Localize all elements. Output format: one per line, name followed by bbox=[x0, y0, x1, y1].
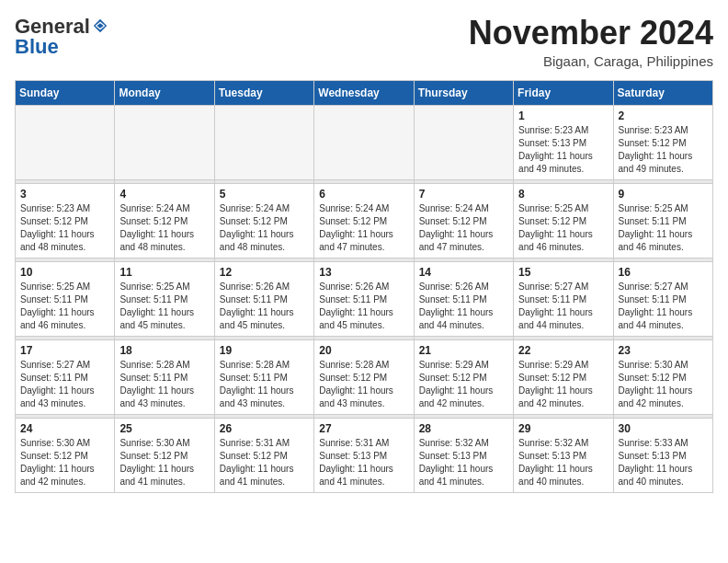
logo-icon bbox=[92, 17, 108, 34]
day-number: 30 bbox=[619, 422, 708, 435]
day-info: Sunrise: 5:30 AM Sunset: 5:12 PM Dayligh… bbox=[119, 437, 209, 488]
calendar-cell: 27Sunrise: 5:31 AM Sunset: 5:13 PM Dayli… bbox=[314, 418, 414, 492]
day-number: 22 bbox=[518, 344, 608, 357]
calendar-cell: 14Sunrise: 5:26 AM Sunset: 5:11 PM Dayli… bbox=[414, 261, 513, 336]
calendar-cell bbox=[414, 105, 513, 179]
calendar-cell: 17Sunrise: 5:27 AM Sunset: 5:11 PM Dayli… bbox=[16, 339, 115, 414]
col-header-sunday: Sunday bbox=[16, 80, 115, 105]
title-block: November 2024 Bigaan, Caraga, Philippine… bbox=[469, 15, 713, 69]
day-info: Sunrise: 5:29 AM Sunset: 5:12 PM Dayligh… bbox=[419, 359, 508, 410]
day-info: Sunrise: 5:24 AM Sunset: 5:12 PM Dayligh… bbox=[220, 202, 309, 254]
day-number: 23 bbox=[619, 344, 708, 357]
day-info: Sunrise: 5:23 AM Sunset: 5:12 PM Dayligh… bbox=[619, 124, 708, 176]
calendar-cell bbox=[16, 105, 115, 179]
calendar-cell: 1Sunrise: 5:23 AM Sunset: 5:13 PM Daylig… bbox=[514, 105, 613, 179]
calendar-cell: 24Sunrise: 5:30 AM Sunset: 5:12 PM Dayli… bbox=[16, 418, 115, 492]
calendar-table: SundayMondayTuesdayWednesdayThursdayFrid… bbox=[15, 80, 713, 493]
calendar-cell: 26Sunrise: 5:31 AM Sunset: 5:12 PM Dayli… bbox=[214, 418, 313, 492]
day-number: 21 bbox=[419, 344, 508, 357]
location-subtitle: Bigaan, Caraga, Philippines bbox=[469, 53, 713, 69]
calendar-cell: 21Sunrise: 5:29 AM Sunset: 5:12 PM Dayli… bbox=[414, 339, 513, 414]
calendar-cell: 2Sunrise: 5:23 AM Sunset: 5:12 PM Daylig… bbox=[613, 105, 712, 179]
day-number: 15 bbox=[518, 266, 608, 279]
calendar-cell: 10Sunrise: 5:25 AM Sunset: 5:11 PM Dayli… bbox=[16, 261, 115, 336]
day-info: Sunrise: 5:33 AM Sunset: 5:13 PM Dayligh… bbox=[619, 437, 708, 488]
col-header-friday: Friday bbox=[514, 80, 613, 105]
day-info: Sunrise: 5:31 AM Sunset: 5:13 PM Dayligh… bbox=[319, 437, 408, 488]
day-info: Sunrise: 5:32 AM Sunset: 5:13 PM Dayligh… bbox=[518, 437, 608, 488]
day-number: 16 bbox=[619, 266, 708, 279]
calendar-cell: 5Sunrise: 5:24 AM Sunset: 5:12 PM Daylig… bbox=[214, 183, 313, 258]
day-number: 11 bbox=[119, 266, 209, 279]
day-info: Sunrise: 5:30 AM Sunset: 5:12 PM Dayligh… bbox=[619, 359, 708, 410]
col-header-tuesday: Tuesday bbox=[214, 80, 313, 105]
calendar-cell bbox=[214, 105, 313, 179]
day-number: 24 bbox=[20, 422, 109, 435]
logo: General Blue bbox=[15, 15, 108, 59]
day-number: 1 bbox=[518, 109, 608, 122]
col-header-monday: Monday bbox=[115, 80, 214, 105]
day-info: Sunrise: 5:26 AM Sunset: 5:11 PM Dayligh… bbox=[220, 281, 309, 332]
day-info: Sunrise: 5:24 AM Sunset: 5:12 PM Dayligh… bbox=[319, 202, 408, 254]
day-info: Sunrise: 5:24 AM Sunset: 5:12 PM Dayligh… bbox=[419, 202, 508, 254]
calendar-cell: 16Sunrise: 5:27 AM Sunset: 5:11 PM Dayli… bbox=[613, 261, 712, 336]
calendar-cell: 30Sunrise: 5:33 AM Sunset: 5:13 PM Dayli… bbox=[613, 418, 712, 492]
day-info: Sunrise: 5:26 AM Sunset: 5:11 PM Dayligh… bbox=[419, 281, 508, 332]
day-info: Sunrise: 5:31 AM Sunset: 5:12 PM Dayligh… bbox=[220, 437, 309, 488]
month-title: November 2024 bbox=[469, 15, 713, 52]
calendar-cell: 9Sunrise: 5:25 AM Sunset: 5:11 PM Daylig… bbox=[613, 183, 712, 258]
day-number: 28 bbox=[419, 422, 508, 435]
day-number: 14 bbox=[419, 266, 508, 279]
day-info: Sunrise: 5:32 AM Sunset: 5:13 PM Dayligh… bbox=[419, 437, 508, 488]
day-info: Sunrise: 5:27 AM Sunset: 5:11 PM Dayligh… bbox=[619, 281, 708, 332]
day-number: 8 bbox=[518, 188, 608, 201]
calendar-cell: 20Sunrise: 5:28 AM Sunset: 5:12 PM Dayli… bbox=[314, 339, 414, 414]
calendar-cell: 19Sunrise: 5:28 AM Sunset: 5:11 PM Dayli… bbox=[214, 339, 313, 414]
day-info: Sunrise: 5:30 AM Sunset: 5:12 PM Dayligh… bbox=[20, 437, 109, 488]
day-number: 2 bbox=[619, 109, 708, 122]
calendar-cell: 28Sunrise: 5:32 AM Sunset: 5:13 PM Dayli… bbox=[414, 418, 513, 492]
calendar-cell: 8Sunrise: 5:25 AM Sunset: 5:12 PM Daylig… bbox=[514, 183, 613, 258]
col-header-saturday: Saturday bbox=[613, 80, 712, 105]
calendar-cell: 25Sunrise: 5:30 AM Sunset: 5:12 PM Dayli… bbox=[115, 418, 214, 492]
calendar-cell: 4Sunrise: 5:24 AM Sunset: 5:12 PM Daylig… bbox=[115, 183, 214, 258]
day-number: 19 bbox=[220, 344, 309, 357]
calendar-cell: 12Sunrise: 5:26 AM Sunset: 5:11 PM Dayli… bbox=[214, 261, 313, 336]
day-number: 27 bbox=[319, 422, 408, 435]
day-number: 9 bbox=[619, 188, 708, 201]
day-info: Sunrise: 5:28 AM Sunset: 5:11 PM Dayligh… bbox=[220, 359, 309, 410]
day-info: Sunrise: 5:27 AM Sunset: 5:11 PM Dayligh… bbox=[20, 359, 109, 410]
calendar-cell: 7Sunrise: 5:24 AM Sunset: 5:12 PM Daylig… bbox=[414, 183, 513, 258]
day-number: 5 bbox=[220, 188, 309, 201]
calendar-cell bbox=[314, 105, 414, 179]
calendar-cell bbox=[115, 105, 214, 179]
calendar-cell: 13Sunrise: 5:26 AM Sunset: 5:11 PM Dayli… bbox=[314, 261, 414, 336]
day-number: 6 bbox=[319, 188, 408, 201]
calendar-cell: 29Sunrise: 5:32 AM Sunset: 5:13 PM Dayli… bbox=[514, 418, 613, 492]
day-info: Sunrise: 5:28 AM Sunset: 5:12 PM Dayligh… bbox=[319, 359, 408, 410]
day-info: Sunrise: 5:25 AM Sunset: 5:11 PM Dayligh… bbox=[119, 281, 209, 332]
day-info: Sunrise: 5:27 AM Sunset: 5:11 PM Dayligh… bbox=[518, 281, 608, 332]
day-info: Sunrise: 5:25 AM Sunset: 5:11 PM Dayligh… bbox=[619, 202, 708, 254]
day-info: Sunrise: 5:28 AM Sunset: 5:11 PM Dayligh… bbox=[119, 359, 209, 410]
day-number: 26 bbox=[220, 422, 309, 435]
col-header-thursday: Thursday bbox=[414, 80, 513, 105]
calendar-cell: 11Sunrise: 5:25 AM Sunset: 5:11 PM Dayli… bbox=[115, 261, 214, 336]
calendar-cell: 3Sunrise: 5:23 AM Sunset: 5:12 PM Daylig… bbox=[16, 183, 115, 258]
day-number: 3 bbox=[20, 188, 109, 201]
day-info: Sunrise: 5:26 AM Sunset: 5:11 PM Dayligh… bbox=[319, 281, 408, 332]
page-header: General Blue November 2024 Bigaan, Carag… bbox=[15, 15, 713, 69]
logo-blue-text: Blue bbox=[15, 35, 59, 59]
day-number: 29 bbox=[518, 422, 608, 435]
calendar-cell: 15Sunrise: 5:27 AM Sunset: 5:11 PM Dayli… bbox=[514, 261, 613, 336]
day-number: 10 bbox=[20, 266, 109, 279]
day-number: 18 bbox=[119, 344, 209, 357]
day-number: 12 bbox=[220, 266, 309, 279]
day-info: Sunrise: 5:23 AM Sunset: 5:13 PM Dayligh… bbox=[518, 124, 608, 176]
day-info: Sunrise: 5:23 AM Sunset: 5:12 PM Dayligh… bbox=[20, 202, 109, 254]
calendar-cell: 18Sunrise: 5:28 AM Sunset: 5:11 PM Dayli… bbox=[115, 339, 214, 414]
day-number: 17 bbox=[20, 344, 109, 357]
day-number: 7 bbox=[419, 188, 508, 201]
day-number: 4 bbox=[119, 188, 209, 201]
calendar-cell: 22Sunrise: 5:29 AM Sunset: 5:12 PM Dayli… bbox=[514, 339, 613, 414]
